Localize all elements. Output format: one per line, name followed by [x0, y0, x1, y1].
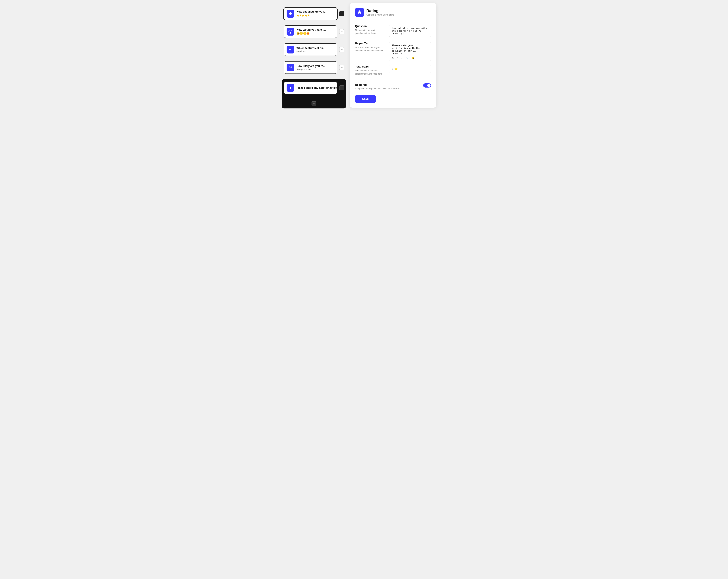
node-1-stars: ★★★★★ — [296, 14, 334, 17]
toolbar-link-button[interactable]: 🔗 — [405, 56, 409, 60]
helper-text-input-col: B I U 🔗 😊 — [389, 42, 431, 61]
question-input[interactable] — [389, 25, 431, 37]
toggle-knob — [427, 84, 431, 87]
helper-text-label-col: Helper Text This text shows below your q… — [355, 42, 385, 61]
node-5-wrapper: T Please share any additional text + + — [282, 79, 346, 108]
total-stars-value[interactable]: 5 ⭐ — [389, 65, 431, 73]
node-2-add-button[interactable]: + — [339, 29, 344, 34]
total-stars-input-col: 5 ⭐ — [389, 65, 431, 76]
node-3-wrapper: Which features of ou... 4 options + — [282, 43, 346, 56]
toolbar-underline-button[interactable]: U — [400, 56, 403, 60]
node-4-content: How likely are you to... Range 1 to 10 — [296, 64, 334, 71]
node-2-icon — [287, 28, 294, 35]
node-4-icon: 10 — [287, 64, 294, 72]
node-3-add-button[interactable]: + — [339, 47, 344, 52]
flow-panel: How satisfied are you... ★★★★★ + — [282, 3, 346, 108]
node-3-content: Which features of ou... 4 options — [296, 47, 334, 53]
node-3-title: Which features of ou... — [296, 47, 334, 50]
panel-subtitle: Capture a rating using stars — [366, 13, 394, 16]
node-2-title: How would you rate t... — [296, 28, 334, 31]
connector-4 — [314, 74, 314, 79]
node-4-title: How likely are you to... — [296, 64, 334, 68]
connector-3 — [314, 56, 314, 61]
helper-text-area: B I U 🔗 😊 — [389, 42, 431, 61]
flow-node-4[interactable]: 10 How likely are you to... Range 1 to 1… — [284, 61, 337, 74]
detail-panel: Rating Capture a rating using stars Ques… — [349, 3, 436, 108]
toolbar-bold-button[interactable]: B — [391, 56, 394, 60]
node-5-icon: T — [287, 84, 294, 92]
panel-icon — [355, 8, 364, 17]
node-5-title: Please share any additional text — [296, 86, 337, 89]
helper-toolbar: B I U 🔗 😊 — [389, 55, 431, 61]
helper-text-row: Helper Text This text shows below your q… — [355, 42, 431, 61]
required-desc: If required, participants must answer th… — [355, 87, 419, 90]
svg-point-1 — [290, 31, 290, 32]
helper-text-desc: This text shows below your question for … — [355, 46, 385, 52]
node-2-emojis: 😠😐😐😍 — [296, 32, 334, 35]
question-row: Question The question shown to participa… — [355, 25, 431, 38]
node-1-content: How satisfied are you... ★★★★★ — [296, 10, 334, 17]
flow-node-2[interactable]: How would you rate t... 😠😐😐😍 — [284, 25, 337, 38]
node-5-add-button[interactable]: + — [339, 85, 344, 90]
connector-2 — [314, 38, 314, 43]
stars-icon: ⭐ — [394, 67, 398, 71]
flow-node-1[interactable]: How satisfied are you... ★★★★★ — [284, 7, 337, 20]
node-4-add-button[interactable]: + — [339, 65, 344, 70]
node-1-icon — [287, 10, 294, 18]
stars-number: 5 — [392, 67, 393, 71]
bottom-add-button[interactable]: + — [312, 101, 316, 106]
svg-point-0 — [289, 30, 292, 33]
question-desc: The question shown to participants for t… — [355, 29, 385, 35]
toolbar-italic-button[interactable]: I — [396, 56, 398, 60]
total-stars-row: Total Stars Total number of stars the pa… — [355, 65, 431, 76]
required-label: Required — [355, 83, 419, 86]
node-4-subtitle: Range 1 to 10 — [296, 68, 334, 71]
required-toggle[interactable] — [423, 83, 431, 87]
toggle-wrapper — [423, 83, 431, 87]
node-1-add-button[interactable]: + — [339, 11, 344, 16]
total-stars-desc: Total number of stars the participants c… — [355, 69, 385, 76]
total-stars-label-col: Total Stars Total number of stars the pa… — [355, 65, 385, 76]
node-3-subtitle: 4 options — [296, 50, 334, 53]
svg-point-2 — [291, 31, 291, 32]
question-label-col: Question The question shown to participa… — [355, 25, 385, 38]
node-2-content: How would you rate t... 😠😐😐😍 — [296, 28, 334, 35]
node-1-title: How satisfied are you... — [296, 10, 334, 13]
helper-text-input[interactable] — [389, 42, 431, 54]
toolbar-emoji-button[interactable]: 😊 — [411, 56, 415, 60]
connector-5 — [314, 96, 314, 101]
helper-text-label: Helper Text — [355, 42, 385, 45]
panel-title: Rating — [366, 8, 394, 13]
required-label-col: Required If required, participants must … — [355, 83, 419, 90]
total-stars-label: Total Stars — [355, 65, 385, 68]
node-1-wrapper: How satisfied are you... ★★★★★ + — [282, 7, 346, 20]
node-5-content: Please share any additional text — [296, 86, 337, 89]
save-button[interactable]: Save — [355, 95, 376, 103]
node-4-wrapper: 10 How likely are you to... Range 1 to 1… — [282, 61, 346, 74]
question-label: Question — [355, 25, 385, 28]
node-3-icon — [287, 46, 294, 53]
question-input-col — [389, 25, 431, 38]
panel-header-text: Rating Capture a rating using stars — [366, 8, 394, 16]
panel-header: Rating Capture a rating using stars — [355, 8, 431, 17]
node-2-wrapper: How would you rate t... 😠😐😐😍 + — [282, 25, 346, 38]
flow-node-3[interactable]: Which features of ou... 4 options — [284, 43, 337, 56]
connector-1 — [314, 20, 314, 25]
required-row: Required If required, participants must … — [355, 83, 431, 90]
flow-node-5[interactable]: T Please share any additional text — [284, 82, 337, 94]
